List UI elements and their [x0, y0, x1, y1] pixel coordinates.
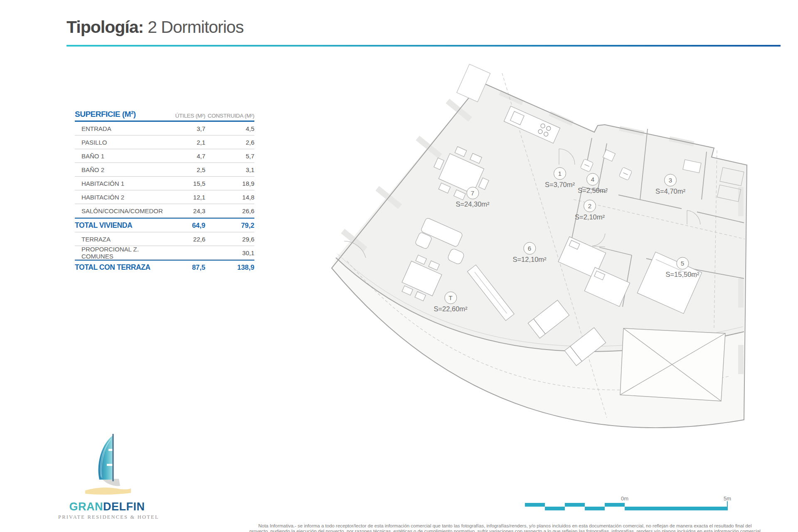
- title-prefix: Tipología:: [66, 17, 143, 37]
- row-label: PROPORCIONAL Z. COMUNES: [75, 246, 167, 260]
- row-construida: 138,9: [205, 264, 254, 271]
- row-label: HABITACIÓN 1: [75, 180, 167, 187]
- scale-segment: [605, 503, 625, 507]
- table-row: PROPORCIONAL Z. COMUNES 30,1: [75, 246, 254, 260]
- table-row: SALÓN/COCINA/COMEDOR 24,3 26,6: [75, 204, 254, 218]
- row-construida: 14,8: [205, 194, 254, 201]
- scale-five-label: 5m: [724, 495, 731, 502]
- row-construida: 4,5: [205, 125, 254, 132]
- row-utiles: 87,5: [167, 264, 205, 271]
- row-utiles: 2,1: [167, 139, 205, 146]
- surface-table-header: SUPERFICIE (M²) ÚTILES (M²) CONSTRUIDA (…: [75, 106, 254, 122]
- floorplan-drawing: [316, 62, 769, 428]
- brand-second: DELFIN: [103, 500, 145, 513]
- row-label: TOTAL VIVIENDA: [75, 221, 167, 230]
- scale-zero-label: 0m: [621, 495, 628, 502]
- row-utiles: 4,7: [167, 153, 205, 160]
- col-utiles: ÚTILES (M²): [167, 113, 205, 119]
- legal-note: Nota Informativa.- se informa a todo rec…: [216, 523, 794, 532]
- row-construida: 2,6: [205, 139, 254, 146]
- row-label: BAÑO 2: [75, 166, 167, 173]
- total-vivienda-row: TOTAL VIVIENDA 64,9 79,2: [75, 218, 254, 232]
- scale-segment: [525, 503, 545, 507]
- row-label: ENTRADA: [75, 125, 167, 132]
- table-row: HABITACIÓN 2 12,1 14,8: [75, 190, 254, 204]
- row-construida: 3,1: [205, 166, 254, 173]
- table-row: ENTRADA 3,7 4,5: [75, 122, 254, 135]
- scale-bar: 0m 5m: [525, 495, 733, 514]
- row-utiles: 3,7: [167, 125, 205, 132]
- row-construida: 18,9: [205, 180, 254, 187]
- row-construida: 29,6: [205, 236, 254, 243]
- brand-logo: GRANDELFIN PRIVATE RESIDENCES & HOTEL: [58, 433, 156, 520]
- row-label: BAÑO 1: [75, 153, 167, 160]
- row-construida: 30,1: [205, 249, 254, 256]
- row-utiles: 2,5: [167, 166, 205, 173]
- row-utiles: 22,6: [167, 236, 205, 243]
- legal-note-line2: proyecto, pudiendo la ejecución del proy…: [216, 529, 794, 532]
- row-label: HABITACIÓN 2: [75, 194, 167, 201]
- scale-segment: [545, 507, 565, 510]
- total-con-terraza-row: TOTAL CON TERRAZA 87,5 138,9: [75, 260, 254, 274]
- legal-note-line1: Nota Informativa.- se informa a todo rec…: [216, 523, 794, 529]
- row-utiles: 64,9: [167, 222, 205, 229]
- scale-bar-long: [625, 507, 727, 510]
- scale-end-tick: [727, 501, 728, 510]
- brochure-page: { "title": { "prefix": "Tipología:", "va…: [0, 0, 798, 532]
- surface-table: SUPERFICIE (M²) ÚTILES (M²) CONSTRUIDA (…: [75, 106, 254, 274]
- brand-name: GRANDELFIN: [58, 500, 156, 513]
- title-value: 2 Dormitorios: [148, 17, 244, 37]
- table-row: BAÑO 2 2,5 3,1: [75, 163, 254, 177]
- row-label: SALÓN/COCINA/COMEDOR: [75, 207, 167, 214]
- sail-logo-icon: [76, 433, 138, 499]
- title-underline: [66, 45, 781, 47]
- row-construida: 5,7: [205, 153, 254, 160]
- row-label: TOTAL CON TERRAZA: [75, 263, 167, 272]
- row-label: TERRAZA: [75, 236, 167, 243]
- scale-segment: [565, 503, 585, 507]
- page-title: Tipología:2 Dormitorios: [66, 17, 244, 37]
- table-row: TERRAZA 22,6 29,6: [75, 232, 254, 246]
- row-utiles: 15,5: [167, 180, 205, 187]
- col-superficie: SUPERFICIE (M²): [75, 110, 167, 119]
- row-construida: 79,2: [205, 222, 254, 229]
- row-utiles: 12,1: [167, 194, 205, 201]
- scale-segment: [585, 507, 605, 510]
- floorplan: 1 S=3,70m² 2 S=2,10m² 3 S=4,70m² 4 S=2,5…: [316, 62, 769, 428]
- brand-first: GRAN: [69, 500, 103, 513]
- row-label: PASILLO: [75, 139, 167, 146]
- table-row: PASILLO 2,1 2,6: [75, 135, 254, 149]
- col-construida: CONSTRUIDA (M²): [205, 113, 254, 119]
- table-row: BAÑO 1 4,7 5,7: [75, 149, 254, 163]
- row-construida: 26,6: [205, 207, 254, 214]
- table-row: HABITACIÓN 1 15,5 18,9: [75, 177, 254, 190]
- row-utiles: 24,3: [167, 207, 205, 214]
- brand-subtitle: PRIVATE RESIDENCES & HOTEL: [58, 514, 156, 520]
